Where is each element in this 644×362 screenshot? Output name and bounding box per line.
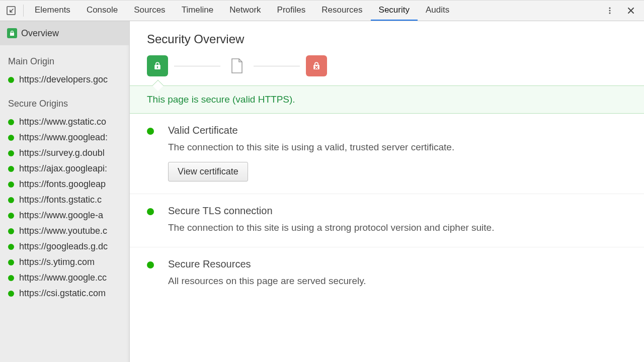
tab-label: Console [87,5,118,15]
origin-url: https://www.gstatic.co [19,117,106,127]
tab-label: Security [379,5,410,15]
origin-url: https://www.googlead: [19,132,108,143]
overview-label: Overview [21,28,59,39]
tab-label: Sources [134,5,165,15]
more-menu-icon[interactable] [604,5,616,17]
status-banner-text: This page is secure (valid HTTPS). [147,94,295,105]
tab-console[interactable]: Console [78,1,126,21]
devtools-tabstrip: Elements Console Sources Timeline Networ… [0,0,644,21]
origin-url: https://survey.g.doubl [19,148,105,158]
tab-label: Network [229,5,261,15]
view-certificate-button[interactable]: View certificate [168,162,248,182]
page-title: Security Overview [130,21,644,55]
origin-url: https://fonts.gstatic.c [19,195,102,205]
detail-text: The connection to this site is using a s… [168,221,629,235]
status-dot-secure-icon [8,197,14,203]
tab-sources[interactable]: Sources [126,1,173,21]
main-origin-list: https://developers.goc [0,72,129,87]
status-dot-secure-icon [147,261,154,268]
origin-url: https://www.google.cc [19,273,107,283]
origin-url: https://www.google-a [19,210,103,221]
svg-point-1 [609,7,610,9]
panel-body: Overview Main Origin https://developers.… [0,21,644,362]
status-dot-secure-icon [8,213,14,219]
tab-resources[interactable]: Resources [313,1,370,21]
tab-label: Audits [426,5,449,15]
status-dot-secure-icon [8,77,14,83]
detail-title: Secure Resources [168,258,629,270]
status-dot-secure-icon [8,275,14,281]
tab-timeline[interactable]: Timeline [174,1,222,21]
origin-url: https://www.youtube.c [19,226,107,236]
origin-row[interactable]: https://csi.gstatic.com [8,286,129,301]
detail-title: Valid Certificate [168,125,629,136]
status-dot-secure-icon [8,228,14,234]
status-dot-secure-icon [8,182,14,188]
tab-network[interactable]: Network [221,1,269,21]
tabstrip-right-controls [604,5,641,17]
origin-row[interactable]: https://www.youtube.c [8,223,129,239]
svg-point-2 [609,10,610,11]
tab-label: Timeline [182,5,214,15]
status-dot-secure-icon [8,119,14,125]
state-connector-line [254,66,300,66]
status-dot-secure-icon [8,150,14,156]
sidebar-item-overview[interactable]: Overview [0,21,129,45]
tab-audits[interactable]: Audits [418,1,457,21]
lock-icon [7,28,17,38]
state-connector-line [174,66,220,66]
status-dot-secure-icon [8,291,14,297]
tabstrip-divider [23,5,24,17]
origin-row[interactable]: https://www.googlead: [8,130,129,145]
origin-row[interactable]: https://www.google.cc [8,270,129,286]
origin-row[interactable]: https://www.google-a [8,208,129,223]
status-dot-secure-icon [147,208,154,215]
state-secure-icon[interactable] [147,55,168,76]
sidebar-section-secure-origins: Secure Origins [0,87,129,114]
origin-row[interactable]: https://developers.goc [8,72,129,87]
detail-tls-connection: Secure TLS connection The connection to … [130,194,644,248]
origin-row[interactable]: https://fonts.googleap [8,176,129,192]
status-dot-secure-icon [147,128,154,135]
origin-url: https://csi.gstatic.com [19,288,106,299]
status-dot-secure-icon [8,244,14,250]
origin-row[interactable]: https://survey.g.doubl [8,145,129,161]
status-dot-secure-icon [8,135,14,141]
detail-valid-certificate: Valid Certificate The connection to this… [130,114,644,194]
security-main: Security Overview [130,21,644,362]
tab-security[interactable]: Security [371,1,418,21]
detail-text: The connection to this site is using a v… [168,140,629,155]
origin-row[interactable]: https://ajax.googleapi: [8,161,129,176]
close-icon[interactable] [625,5,637,17]
origin-row[interactable]: https://www.gstatic.co [8,114,129,130]
origin-row[interactable]: https://googleads.g.dc [8,239,129,254]
state-neutral-icon[interactable] [226,55,248,76]
tab-label: Resources [321,5,362,15]
origin-url: https://googleads.g.dc [19,241,108,252]
sidebar-section-main-origin: Main Origin [0,45,129,72]
tab-label: Elements [35,5,70,15]
tab-label: Profiles [277,5,306,15]
devtools-tabs: Elements Console Sources Timeline Networ… [27,1,457,21]
origin-url: https://developers.goc [19,74,108,85]
dock-side-icon[interactable] [5,5,17,17]
secure-origin-list: https://www.gstatic.co https://www.googl… [0,114,129,301]
tab-profiles[interactable]: Profiles [269,1,314,21]
detail-title: Secure TLS connection [168,205,629,217]
svg-point-3 [609,12,610,14]
origin-row[interactable]: https://s.ytimg.com [8,254,129,270]
detail-secure-resources: Secure Resources All resources on this p… [130,247,644,301]
tab-elements[interactable]: Elements [27,1,78,21]
security-sidebar: Overview Main Origin https://developers.… [0,21,130,362]
origin-row[interactable]: https://fonts.gstatic.c [8,192,129,208]
status-dot-secure-icon [8,259,14,265]
origin-url: https://ajax.googleapi: [19,163,107,174]
status-dot-secure-icon [8,166,14,172]
detail-text: All resources on this page are served se… [168,274,629,289]
origin-url: https://s.ytimg.com [19,257,95,267]
security-state-selector [130,55,644,85]
security-status-banner: This page is secure (valid HTTPS). [130,85,644,114]
origin-url: https://fonts.googleap [19,179,106,190]
state-insecure-icon[interactable] [306,55,327,76]
